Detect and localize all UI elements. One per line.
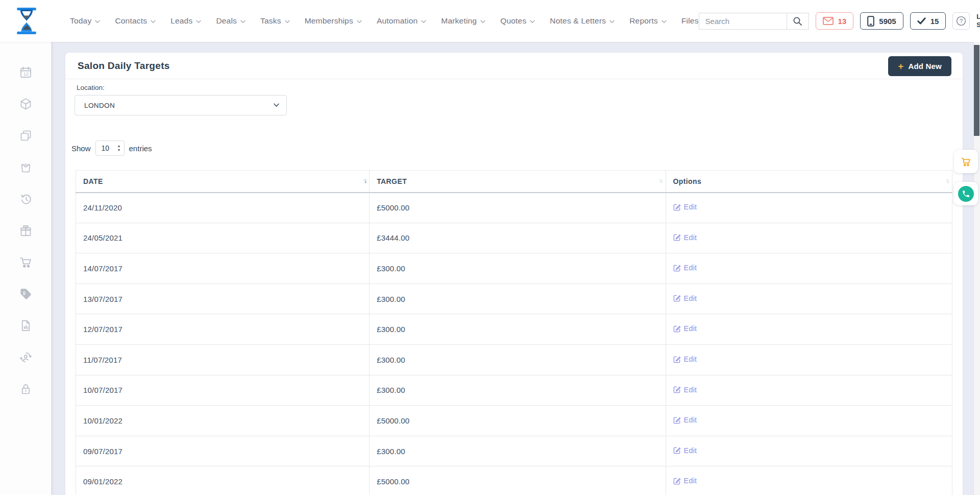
column-header-date[interactable]: DATE ↑↓ bbox=[76, 171, 370, 193]
nav-notes-letters[interactable]: Notes & Letters bbox=[550, 16, 615, 26]
nav-files[interactable]: Files bbox=[681, 16, 699, 26]
column-header-target[interactable]: TARGET ↑↓ bbox=[370, 171, 666, 193]
chevron-down-icon bbox=[240, 20, 246, 23]
scrollbar-track[interactable] bbox=[973, 42, 980, 495]
date-cell: 14/07/2017 bbox=[76, 253, 370, 284]
page-length-select[interactable]: 10 bbox=[95, 140, 125, 156]
nav-marketing[interactable]: Marketing bbox=[441, 16, 485, 26]
table-row: 10/07/2017 £300.00 Edit bbox=[76, 375, 952, 406]
cube-icon bbox=[19, 97, 33, 111]
sidebar-item-account-sync[interactable] bbox=[18, 350, 33, 364]
app-logo[interactable] bbox=[16, 7, 37, 35]
edit-link[interactable]: Edit bbox=[673, 416, 697, 424]
sidebar-item-reports[interactable] bbox=[18, 318, 33, 333]
nav-memberships[interactable]: Memberships bbox=[305, 16, 362, 26]
sidebar-item-shopping-bag[interactable] bbox=[18, 160, 33, 174]
user-name: LONDON SUPPORT bbox=[976, 13, 980, 29]
shopping-bag-icon bbox=[19, 160, 33, 174]
chevron-down-icon bbox=[530, 20, 535, 23]
sidebar-item-products[interactable] bbox=[18, 97, 33, 111]
sidebar-item-security[interactable] bbox=[18, 382, 33, 396]
report-document-icon bbox=[19, 319, 33, 333]
gift-icon bbox=[19, 224, 33, 238]
cart-icon bbox=[19, 255, 33, 269]
date-cell: 13/07/2017 bbox=[76, 284, 370, 314]
mobile-phone-icon bbox=[867, 16, 874, 27]
svg-text:?: ? bbox=[960, 18, 963, 24]
sort-icon: ↑↓ bbox=[362, 177, 365, 184]
sidebar-item-duplicates[interactable] bbox=[18, 128, 33, 143]
chevron-down-icon bbox=[662, 20, 667, 23]
search-input[interactable] bbox=[699, 13, 787, 29]
search-button[interactable] bbox=[787, 13, 808, 29]
edit-link[interactable]: Edit bbox=[673, 477, 697, 485]
history-clock-icon bbox=[19, 192, 33, 206]
add-new-button[interactable]: + Add New bbox=[888, 56, 951, 76]
edit-link[interactable]: Edit bbox=[673, 355, 697, 363]
nav-leads[interactable]: Leads bbox=[170, 16, 201, 26]
messages-count: 13 bbox=[838, 17, 847, 26]
location-select-wrap: LONDON bbox=[75, 95, 287, 115]
sidebar-item-history[interactable] bbox=[18, 192, 33, 206]
edit-link[interactable]: Edit bbox=[673, 294, 697, 302]
table-row: 09/07/2017 £300.00 Edit bbox=[76, 436, 952, 466]
location-select[interactable]: LONDON bbox=[75, 95, 287, 115]
target-cell: £300.00 bbox=[370, 344, 666, 375]
target-cell: £300.00 bbox=[370, 284, 666, 314]
edit-icon bbox=[673, 325, 681, 333]
envelope-icon bbox=[823, 17, 834, 25]
chevron-down-icon bbox=[151, 20, 156, 23]
edit-link[interactable]: Edit bbox=[673, 233, 697, 242]
calendar-12-icon: 12 bbox=[19, 65, 33, 79]
scrollbar-thumb[interactable] bbox=[974, 45, 979, 136]
sidebar-item-calendar[interactable]: 12 bbox=[18, 65, 33, 79]
edit-link[interactable]: Edit bbox=[673, 264, 697, 272]
date-cell: 10/07/2017 bbox=[76, 375, 370, 406]
tasks-badge[interactable]: 15 bbox=[910, 12, 946, 30]
svg-text:$: $ bbox=[22, 290, 26, 296]
sort-icon: ↑↓ bbox=[945, 177, 948, 184]
sort-icon: ↑↓ bbox=[659, 177, 662, 184]
date-cell: 10/01/2022 bbox=[76, 406, 370, 436]
card-body: Location: LONDON Show 10 ▲▼ entries bbox=[65, 84, 963, 495]
options-cell: Edit bbox=[666, 344, 952, 375]
nav-tasks[interactable]: Tasks bbox=[260, 16, 290, 26]
sidebar-item-gift[interactable] bbox=[18, 223, 33, 238]
edit-icon bbox=[673, 446, 681, 454]
nav-quotes[interactable]: Quotes bbox=[500, 16, 535, 26]
sidebar: 12 $ bbox=[0, 42, 51, 495]
sidebar-item-cart[interactable] bbox=[18, 255, 33, 269]
table-row: 24/05/2021 £3444.00 Edit bbox=[76, 223, 952, 253]
edit-link[interactable]: Edit bbox=[673, 203, 697, 211]
floating-cart-button[interactable] bbox=[954, 150, 978, 173]
sidebar-item-pricing[interactable]: $ bbox=[18, 287, 33, 301]
main-nav: Today Contacts Leads Deals Tasks Members… bbox=[70, 16, 699, 26]
target-cell: £300.00 bbox=[370, 253, 666, 284]
date-cell: 09/07/2017 bbox=[76, 436, 370, 466]
column-header-options[interactable]: Options ↑↓ bbox=[666, 171, 952, 193]
floating-phone-button[interactable] bbox=[954, 182, 978, 205]
targets-table: DATE ↑↓ TARGET ↑↓ Options ↑↓ bbox=[76, 170, 952, 495]
edit-link[interactable]: Edit bbox=[673, 324, 697, 333]
price-tag-icon: $ bbox=[19, 287, 33, 301]
nav-today[interactable]: Today bbox=[70, 16, 100, 26]
calls-badge[interactable]: 5905 bbox=[860, 12, 903, 30]
main-content: Salon Daily Targets + Add New Location: … bbox=[51, 42, 980, 495]
chevron-down-icon bbox=[609, 20, 615, 23]
options-cell: Edit bbox=[666, 223, 952, 253]
options-cell: Edit bbox=[666, 406, 952, 436]
edit-link[interactable]: Edit bbox=[673, 446, 697, 455]
topbar: Today Contacts Leads Deals Tasks Members… bbox=[0, 0, 980, 42]
nav-automation[interactable]: Automation bbox=[377, 16, 426, 26]
messages-badge[interactable]: 13 bbox=[816, 12, 854, 30]
nav-reports[interactable]: Reports bbox=[629, 16, 667, 26]
show-entries-row: Show 10 ▲▼ entries bbox=[71, 140, 958, 156]
checkmark-icon bbox=[917, 17, 926, 25]
nav-deals[interactable]: Deals bbox=[216, 16, 246, 26]
edit-link[interactable]: Edit bbox=[673, 386, 697, 394]
edit-icon bbox=[673, 233, 681, 241]
nav-contacts[interactable]: Contacts bbox=[115, 16, 156, 26]
help-button[interactable]: ? bbox=[952, 12, 970, 30]
date-cell: 24/05/2021 bbox=[76, 223, 370, 253]
date-cell: 09/01/2022 bbox=[76, 466, 370, 495]
